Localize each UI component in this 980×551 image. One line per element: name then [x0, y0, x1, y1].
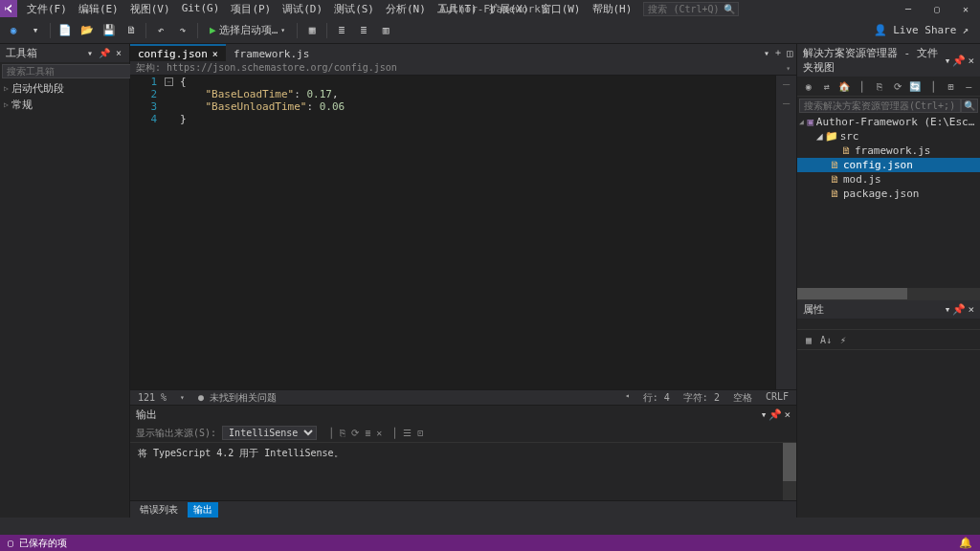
quick-search[interactable]: 🔍 [643, 2, 739, 16]
maximize-button[interactable]: ▢ [923, 0, 951, 17]
prop-cat-icon[interactable]: ▦ [801, 332, 816, 347]
editor-side-gutter: — — [775, 76, 796, 389]
issues-indicator[interactable]: ● 未找到相关问题 [198, 391, 277, 405]
menu-test[interactable]: 测试(S) [328, 0, 380, 18]
out-tool-icon[interactable]: ⟳ [351, 428, 359, 438]
bottom-tabs: 错误列表 输出 [130, 500, 796, 518]
unpin-icon[interactable]: 📌 [97, 48, 112, 58]
tb-icon-2[interactable]: ≣ [332, 21, 351, 40]
output-scroll[interactable] [783, 443, 796, 500]
fold-icon[interactable]: − [165, 77, 173, 86]
save-button[interactable]: 💾 [100, 21, 119, 40]
menu-window[interactable]: 窗口(W) [535, 0, 587, 18]
sol-tb-icon[interactable]: ◉ [801, 78, 816, 94]
notification-bell-icon[interactable]: 🔔 [959, 537, 972, 549]
sol-search-input[interactable] [799, 99, 961, 113]
pin-icon[interactable]: ▾ [761, 408, 768, 421]
sol-node[interactable]: 🗎config.json [797, 158, 980, 172]
tab-close-icon[interactable]: × [212, 49, 218, 59]
toolbox-header: 工具箱 ▾ 📌 × [0, 44, 129, 62]
line-indicator[interactable]: 行: 4 [643, 391, 670, 405]
char-indicator[interactable]: 字符: 2 [683, 391, 720, 405]
saveall-button[interactable]: 🗎 [122, 21, 141, 40]
sol-tb-icon[interactable]: ⎘ [872, 78, 887, 94]
back-button[interactable]: ◉ [4, 21, 23, 40]
close-panel-icon[interactable]: × [114, 48, 123, 58]
sol-pin-icon[interactable]: ▾ [945, 55, 951, 67]
sol-toolbar: ◉ ⇄ 🏠 │ ⎘ ⟳ 🔄 │ ⊞ — [797, 77, 980, 97]
sol-close-icon[interactable]: × [968, 55, 974, 67]
props-close-icon[interactable]: × [968, 303, 974, 316]
toolbox-item-label: 常规 [11, 98, 33, 112]
tb-icon-4[interactable]: ▥ [376, 21, 395, 40]
sol-node[interactable]: 🗎framework.js [797, 143, 980, 158]
menu-debug[interactable]: 调试(D) [277, 0, 328, 18]
sol-unpin-icon[interactable]: 📌 [952, 55, 966, 67]
out-tool-icon[interactable]: ⎘ [340, 428, 345, 438]
sol-refresh-icon[interactable]: 🔄 [908, 78, 924, 94]
sol-node[interactable]: 🗎package.json [797, 187, 980, 201]
zoom-level[interactable]: 121 % [138, 392, 167, 403]
sol-root[interactable]: ◢▣Author-Framework (E:\EscapeFromTarkov\… [797, 115, 980, 129]
tab-split-icon[interactable]: ◫ [787, 48, 792, 58]
tb-icon-1[interactable]: ▦ [302, 21, 322, 40]
output-source-dropdown[interactable]: IntelliSense [222, 426, 317, 440]
code-editor[interactable]: 1234 − { "BaseLoadTime": 0.17, "BaseUnlo… [130, 76, 796, 389]
schema-bar[interactable]: 架构: https://json.schemastore.org/config.… [130, 61, 796, 76]
redo-button[interactable]: ↷ [173, 21, 192, 40]
tab-error-list[interactable]: 错误列表 [134, 502, 184, 518]
sol-tb-icon[interactable]: ⇄ [819, 78, 835, 94]
out-tool-icon[interactable]: ✕ [376, 428, 382, 438]
sol-tb-icon[interactable]: ⊞ [944, 78, 959, 94]
tab-dropdown-icon[interactable]: ▾ [764, 48, 769, 58]
menu-project[interactable]: 项目(P) [225, 0, 277, 18]
live-share-icon[interactable]: 👤 [874, 24, 887, 36]
live-share-label[interactable]: Live Share [893, 24, 956, 36]
toolbox-item[interactable]: ▷常规 [0, 97, 129, 113]
solution-explorer: 解决方案资源管理器 - 文件夹视图 ▾ 📌 × ◉ ⇄ 🏠 │ ⎘ ⟳ 🔄 │ … [796, 44, 980, 299]
toolbox-item[interactable]: ▷启动代助段 [0, 80, 129, 97]
props-pin2-icon[interactable]: 📌 [952, 303, 966, 316]
tab-framework-js[interactable]: framework.js [226, 44, 317, 61]
sol-home-icon[interactable]: 🏠 [836, 78, 852, 94]
tab-output[interactable]: 输出 [188, 502, 218, 518]
menu-view[interactable]: 视图(V) [124, 0, 176, 18]
toolbox-search-input[interactable] [2, 64, 134, 78]
menu-help[interactable]: 帮助(H) [587, 0, 638, 18]
tab-plus-icon[interactable]: ＋ [773, 46, 783, 59]
startup-config-dropdown[interactable]: ▶ 选择启动项… ▾ [203, 20, 292, 40]
sol-tb-icon[interactable]: — [961, 78, 976, 94]
share-icon[interactable]: ↗ [962, 24, 969, 36]
props-pin-icon[interactable]: ▾ [945, 303, 951, 316]
sol-tb-icon[interactable]: ⟳ [890, 78, 905, 94]
new-button[interactable]: 📄 [56, 21, 75, 40]
prop-events-icon[interactable]: ⚡ [835, 332, 851, 347]
sol-node[interactable]: ◢📁src [797, 129, 980, 143]
minimize-button[interactable]: ─ [894, 0, 923, 17]
out-tool-icon[interactable]: ☰ [403, 428, 412, 438]
output-close-icon[interactable]: × [784, 408, 791, 421]
tab-config-json[interactable]: config.json × [130, 44, 226, 61]
pin-icon2[interactable]: 📌 [768, 408, 782, 421]
sol-search-button[interactable]: 🔍 [961, 99, 978, 113]
toolbox-item-label: 启动代助段 [11, 81, 64, 96]
open-button[interactable]: 📂 [78, 21, 97, 40]
menu-git[interactable]: Git(G) [176, 0, 226, 18]
undo-button[interactable]: ↶ [151, 21, 170, 40]
eol-indicator[interactable]: CRLF [766, 391, 789, 405]
menu-edit[interactable]: 编辑(E) [73, 0, 124, 18]
sol-hscroll[interactable] [797, 288, 980, 299]
window-title: Author-Framework [439, 3, 541, 15]
prop-sort-icon[interactable]: A↓ [818, 332, 834, 347]
close-button[interactable]: ✕ [951, 0, 980, 17]
fwd-button[interactable]: ▾ [26, 21, 45, 40]
tb-icon-3[interactable]: ≣ [354, 21, 373, 40]
pin-icon[interactable]: ▾ [85, 48, 95, 58]
search-icon: 🔍 [724, 4, 735, 14]
out-tool-icon[interactable]: ≣ [365, 428, 370, 438]
out-tool-icon[interactable]: ⊡ [417, 428, 423, 438]
indent-indicator[interactable]: 空格 [733, 391, 752, 405]
menu-file[interactable]: 文件(F) [21, 0, 73, 18]
sol-node[interactable]: 🗎mod.js [797, 172, 980, 187]
menu-analyze[interactable]: 分析(N) [380, 0, 432, 18]
